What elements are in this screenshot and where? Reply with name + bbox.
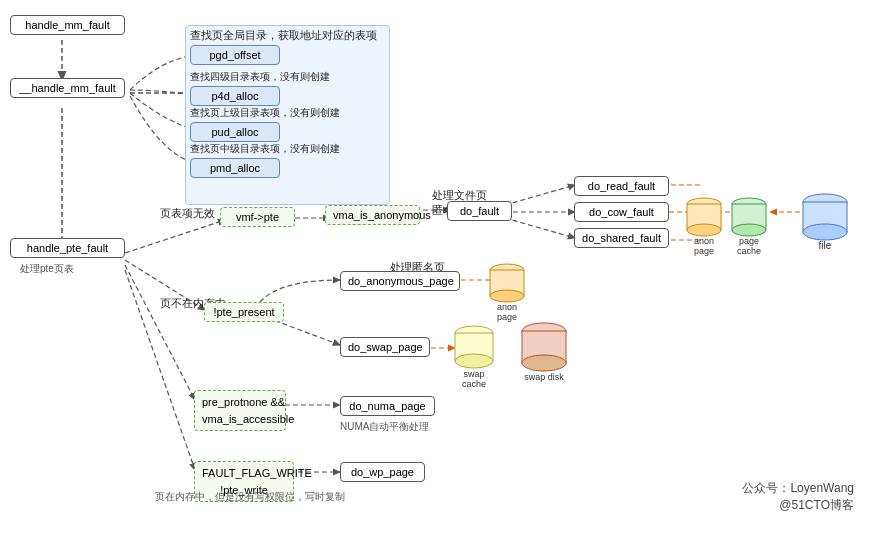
- page-no-valid-label: 页表项无效: [160, 206, 215, 221]
- do-anonymous-page-box: do_anonymous_page: [340, 271, 460, 291]
- handle-mm-fault-label: handle_mm_fault: [25, 19, 109, 31]
- handle-pte-fault-box: handle_pte_fault: [10, 238, 125, 258]
- svg-point-14: [455, 354, 493, 368]
- anon-page-cylinder2: anon page: [488, 262, 526, 323]
- do-swap-page-box: do_swap_page: [340, 337, 430, 357]
- svg-point-5: [732, 224, 766, 236]
- swap-cache-cylinder: swap cache: [453, 325, 495, 390]
- file-text: file: [819, 240, 832, 251]
- svg-point-17: [522, 355, 566, 371]
- watermark: 公众号：LoyenWang @51CTO博客: [742, 480, 854, 514]
- p4d-alloc-box: p4d_alloc: [190, 86, 280, 106]
- anon-page1-text: anon page: [694, 236, 714, 256]
- numa-label: NUMA自动平衡处理: [340, 420, 429, 434]
- anon-page-cylinder1: anon page: [685, 196, 723, 257]
- page-cache-cylinder: page cache: [730, 196, 768, 257]
- pte-present-box: !pte_present: [204, 302, 284, 322]
- pud-alloc-box: pud_alloc: [190, 122, 280, 142]
- do-shared-fault-box: do_shared_fault: [574, 228, 669, 248]
- do-read-fault-box: do_read_fault: [574, 176, 669, 196]
- do-numa-page-box: do_numa_page: [340, 396, 435, 416]
- svg-point-8: [803, 224, 847, 240]
- handle-mm-fault2-label: __handle_mm_fault: [19, 82, 116, 94]
- page-in-mem-label: 页在内存中，但是没有写权限位，写时复制: [155, 490, 345, 504]
- handle-pte-label: 处理pte页表: [20, 262, 74, 276]
- region4-label: 查找页中级目录表项，没有则创建: [190, 142, 340, 156]
- watermark2-text: @51CTO博客: [742, 497, 854, 514]
- pmd-alloc-box: pmd_alloc: [190, 158, 280, 178]
- watermark1-text: 公众号：LoyenWang: [742, 480, 854, 497]
- diagram: handle_mm_fault __handle_mm_fault 查找页全局目…: [0, 0, 874, 534]
- handle-mm-fault-box: handle_mm_fault: [10, 15, 125, 35]
- file-cylinder: file: [800, 192, 850, 251]
- do-fault-box: do_fault: [447, 201, 512, 221]
- swap-disk-text: swap disk: [524, 372, 564, 382]
- page-cache-text: page cache: [737, 236, 761, 256]
- region2-label: 查找四级目录表项，没有则创建: [190, 70, 330, 84]
- vmf-pte-box: vmf->pte: [220, 207, 295, 227]
- handle-mm-fault2-box: __handle_mm_fault: [10, 78, 125, 98]
- region3-label: 查找页上级目录表项，没有则创建: [190, 106, 340, 120]
- vma-is-anon-box: vma_is_anonymous: [325, 205, 420, 225]
- do-wp-page-box: do_wp_page: [340, 462, 425, 482]
- swap-disk-cylinder: swap disk: [520, 322, 568, 383]
- anon-page2-text: anon page: [497, 302, 517, 322]
- svg-point-2: [687, 224, 721, 236]
- do-cow-fault-box: do_cow_fault: [574, 202, 669, 222]
- pre-protnone-box: pre_protnone && vma_is_accessible: [194, 390, 286, 431]
- svg-point-11: [490, 290, 524, 302]
- swap-cache-text: swap cache: [462, 369, 486, 389]
- region1-label: 查找页全局目录，获取地址对应的表项: [190, 28, 377, 43]
- pgd-offset-box: pgd_offset: [190, 45, 280, 65]
